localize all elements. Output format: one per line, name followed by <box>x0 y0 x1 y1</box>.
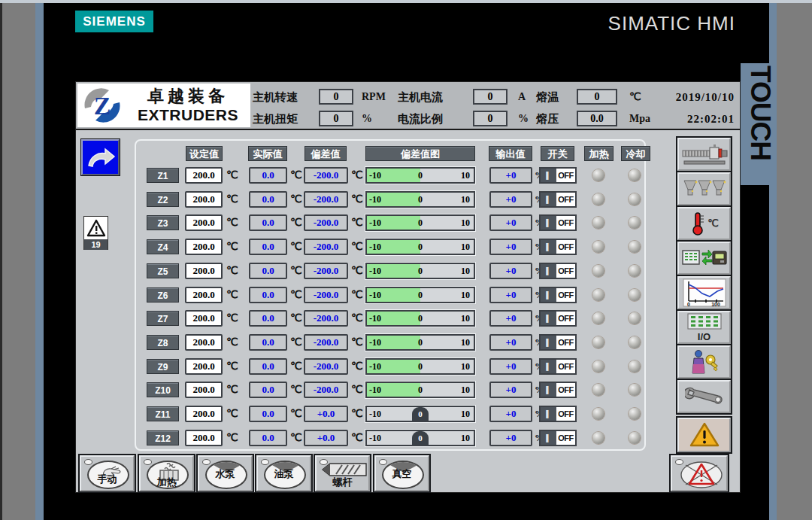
water-pump-button[interactable]: 水泵 <box>198 455 253 491</box>
actual-value: 0.0 <box>249 358 287 375</box>
io-screen-button[interactable]: I/O <box>677 311 731 344</box>
hoppers-icon <box>681 176 728 202</box>
zone-switch[interactable]: ▌ OFF <box>539 430 577 446</box>
switch-on-side: ▌ <box>541 288 556 302</box>
zone-switch[interactable]: ▌ OFF <box>539 191 577 208</box>
siemens-logo: SIEMENS <box>75 11 153 32</box>
heating-indicator <box>592 289 604 301</box>
header-switch: 开关 <box>541 146 574 161</box>
zone-switch[interactable]: ▌ OFF <box>539 310 577 327</box>
deviation-value: -200.0 <box>304 214 348 231</box>
setpoint-unit: ℃ <box>226 214 238 231</box>
bar-max-label: 10 <box>461 360 470 373</box>
zone-switch[interactable]: ▌ OFF <box>539 406 577 422</box>
actual-value: 0.0 <box>249 406 287 422</box>
header-cooling: 冷却 <box>621 146 650 161</box>
temperature-screen-button[interactable]: ℃ <box>677 207 731 240</box>
setpoint-input[interactable]: 200.0 <box>185 287 223 303</box>
deviation-unit: ℃ <box>351 310 363 327</box>
heating-indicator <box>592 384 604 396</box>
bar-mid-label: 0 <box>418 312 423 325</box>
thermometer-unit-label: ℃ <box>707 217 719 230</box>
output-value: +0 <box>489 334 532 351</box>
water-pump-label: 水泵 <box>199 467 251 481</box>
trend-screen-button[interactable]: 0 100 <box>677 276 731 309</box>
setpoint-input[interactable]: 200.0 <box>185 310 223 327</box>
main-torque-unit: % <box>362 111 372 127</box>
main-speed-value: 0 <box>319 89 353 105</box>
actual-value: 0.0 <box>249 334 287 351</box>
actual-unit: ℃ <box>290 167 302 184</box>
deviation-value: -200.0 <box>304 358 348 375</box>
switch-state-label: OFF <box>556 264 575 278</box>
company-names: 卓越装备 EXTRUDERS <box>126 87 250 124</box>
actual-value: 0.0 <box>249 263 287 279</box>
cooling-indicator <box>629 265 641 277</box>
data-transfer-screen-button[interactable] <box>677 242 731 275</box>
vacuum-button[interactable]: 真空 <box>374 455 429 491</box>
deviation-unit: ℃ <box>351 334 363 351</box>
oil-pump-button[interactable]: 油泵 <box>256 455 311 491</box>
zone-switch[interactable]: ▌ OFF <box>539 287 577 303</box>
zone-label: Z6 <box>147 287 179 303</box>
extruder-screen-button[interactable] <box>677 138 731 171</box>
bar-min-label: -10 <box>369 360 381 373</box>
setpoint-input[interactable]: 200.0 <box>185 406 223 422</box>
deviation-bar: -10 0 0 10 <box>365 406 475 422</box>
manual-mode-button[interactable]: 手动 <box>80 455 135 491</box>
deviation-value: -200.0 <box>304 263 348 279</box>
setpoint-input[interactable]: 200.0 <box>185 214 223 231</box>
wrench-icon <box>685 385 724 408</box>
trend-chart-icon: 0 100 <box>683 278 726 307</box>
setpoint-input[interactable]: 200.0 <box>185 239 223 255</box>
zone-label: Z11 <box>147 406 179 421</box>
table-row: Z12 200.0 ℃ 0.0 ℃ +0.0 ℃ -10 0 0 10 +0 %… <box>76 429 741 449</box>
setpoint-unit: ℃ <box>226 358 238 375</box>
heating-indicator <box>592 193 604 205</box>
header-deviation-chart: 偏差值图 <box>365 146 475 161</box>
zone-switch[interactable]: ▌ OFF <box>539 167 577 184</box>
heating-indicator <box>592 432 604 444</box>
actual-unit: ℃ <box>290 287 302 303</box>
setpoint-input[interactable]: 200.0 <box>185 358 223 375</box>
setpoint-input[interactable]: 200.0 <box>185 382 223 398</box>
settings-screen-button[interactable] <box>677 380 731 413</box>
zone-switch[interactable]: ▌ OFF <box>539 263 577 279</box>
zone-switch[interactable]: ▌ OFF <box>539 382 577 398</box>
setpoint-input[interactable]: 200.0 <box>185 191 223 208</box>
alarm-screen-button[interactable] <box>677 418 731 452</box>
cooling-indicator <box>629 432 641 444</box>
heating-indicator <box>592 169 604 181</box>
heating-indicator <box>592 241 604 253</box>
zone-switch[interactable]: ▌ OFF <box>539 334 577 351</box>
setpoint-input[interactable]: 200.0 <box>185 334 223 351</box>
feeders-screen-button[interactable] <box>677 172 731 205</box>
main-speed-label: 主机转速 <box>253 89 298 105</box>
deviation-unit: ℃ <box>351 382 363 398</box>
alarm-reset-button[interactable] <box>671 455 728 491</box>
setpoint-input[interactable]: 200.0 <box>185 167 223 184</box>
setpoint-input[interactable]: 200.0 <box>185 263 223 279</box>
table-row: Z2 200.0 ℃ 0.0 ℃ -200.0 ℃ -10 0 0 10 +0 … <box>76 190 741 210</box>
screw-icon <box>321 463 368 476</box>
extruder-icon <box>681 141 728 167</box>
screw-button[interactable]: 螺杆 <box>315 455 370 491</box>
zone-switch[interactable]: ▌ OFF <box>539 239 577 255</box>
actual-value: 0.0 <box>249 287 287 303</box>
current-ratio-value: 0 <box>473 111 508 126</box>
actual-unit: ℃ <box>290 430 302 446</box>
heating-button[interactable]: 加热 <box>139 455 194 491</box>
setpoint-input[interactable]: 200.0 <box>185 430 223 446</box>
actual-value: 0.0 <box>249 191 287 208</box>
melt-temp-label: 熔温 <box>536 89 559 105</box>
hmi-panel: SIEMENS SIMATIC HMI TOUCH Z 卓越装备 EXTRUDE… <box>0 0 812 520</box>
output-value: +0 <box>489 430 532 446</box>
main-current-label: 主机电流 <box>398 89 443 105</box>
table-row: Z10 200.0 ℃ 0.0 ℃ -200.0 ℃ -10 0 0 10 +0… <box>76 381 741 400</box>
bar-max-label: 10 <box>461 383 470 397</box>
user-login-screen-button[interactable] <box>677 345 731 379</box>
zone-switch[interactable]: ▌ OFF <box>539 358 577 375</box>
actual-unit: ℃ <box>290 406 302 422</box>
main-current-value: 0 <box>473 89 508 105</box>
zone-switch[interactable]: ▌ OFF <box>539 214 577 231</box>
